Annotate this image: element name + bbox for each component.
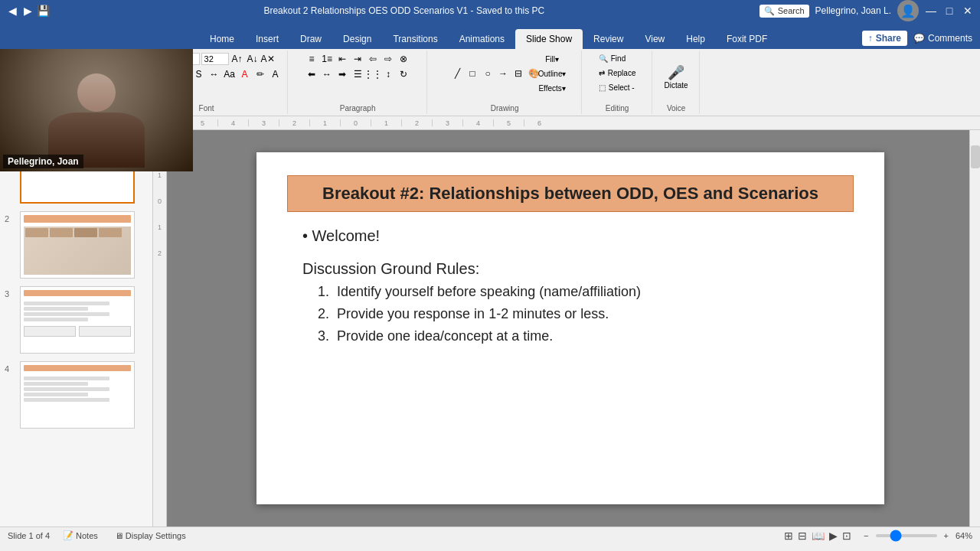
normal-view-icon[interactable]: ⊞ xyxy=(783,529,794,543)
slide-sorter-icon[interactable]: ⊟ xyxy=(797,529,808,543)
align-left-button[interactable]: ⬅ xyxy=(305,67,318,81)
back-button[interactable]: ◀ xyxy=(6,5,18,17)
close-button[interactable]: ✕ xyxy=(962,5,974,17)
increase-indent-button[interactable]: ⇥ xyxy=(351,52,364,66)
drawing-label: Drawing xyxy=(491,104,519,112)
zoom-controls: − + 64% xyxy=(860,530,972,542)
rtl-button[interactable]: ⇦ xyxy=(366,52,380,66)
slide-item-1: 1. Identify yourself before speaking (na… xyxy=(318,284,854,300)
forward-button[interactable]: ▶ xyxy=(21,5,34,17)
dictate-button[interactable]: 🎤 Dictate xyxy=(661,64,692,92)
tab-review[interactable]: Review xyxy=(583,29,634,49)
spacing-button[interactable]: ↔ xyxy=(207,67,221,81)
numbering-button[interactable]: 1≡ xyxy=(320,52,334,66)
minimize-button[interactable]: — xyxy=(925,5,937,17)
display-settings-button[interactable]: 🖥 Display Settings xyxy=(111,530,190,542)
font-shadow2-button[interactable]: A xyxy=(269,67,283,81)
columns-button[interactable]: ⋮⋮ xyxy=(366,67,380,81)
slide-4-thumb[interactable] xyxy=(20,361,135,429)
line-spacing-button[interactable]: ↕ xyxy=(381,67,395,81)
search-box[interactable]: 🔍 Search xyxy=(760,5,809,18)
share-button[interactable]: ↑ Share xyxy=(862,31,907,46)
font-size-input[interactable] xyxy=(201,53,229,65)
font-color-button[interactable]: A xyxy=(238,67,252,81)
highlight-button[interactable]: ✏ xyxy=(253,67,267,81)
shape-3[interactable]: ○ xyxy=(481,67,495,80)
shape-outline-button[interactable]: Outline▾ xyxy=(545,67,559,80)
shape-effects-button[interactable]: Effects▾ xyxy=(545,81,559,95)
decrease-font-button[interactable]: A↓ xyxy=(246,52,260,66)
tab-animations[interactable]: Animations xyxy=(449,29,515,49)
tab-foxitpdf[interactable]: Foxit PDF xyxy=(716,29,778,49)
search-label: Search xyxy=(778,6,805,15)
share-icon: ↑ xyxy=(868,33,873,44)
reading-view-icon[interactable]: 📖 xyxy=(811,529,825,543)
slide-2-thumb[interactable] xyxy=(20,211,135,279)
notes-button[interactable]: 📝 Notes xyxy=(59,529,102,542)
align-right-button[interactable]: ➡ xyxy=(335,67,349,81)
slide-3-number: 3 xyxy=(5,289,15,298)
tab-home[interactable]: Home xyxy=(199,29,245,49)
zoom-slider[interactable] xyxy=(876,534,937,537)
increase-font-button[interactable]: A↑ xyxy=(230,52,244,66)
find-icon: 🔍 xyxy=(599,54,608,63)
titlebar: ◀ ▶ 💾 Breakout 2 Relationships OES ODD S… xyxy=(0,0,980,21)
shape-fill-button[interactable]: Fill▾ xyxy=(545,52,559,66)
vertical-scrollbar[interactable] xyxy=(969,130,980,527)
paragraph-label: Paragraph xyxy=(340,104,376,112)
decrease-indent-button[interactable]: ⇤ xyxy=(335,52,349,66)
shape-2[interactable]: □ xyxy=(466,67,479,80)
dictate-icon: 🎤 xyxy=(668,66,684,80)
replace-icon: ⇄ xyxy=(599,69,605,77)
find-button[interactable]: 🔍 Find xyxy=(595,52,629,65)
tab-view[interactable]: View xyxy=(634,29,675,49)
shape-arrow[interactable]: → xyxy=(496,67,510,80)
zoom-in-button[interactable]: + xyxy=(940,530,952,542)
ribbon-tabs: Home Insert Draw Design Transitions Anim… xyxy=(0,21,980,49)
tab-draw[interactable]: Draw xyxy=(289,29,332,49)
editing-group: 🔍 Find ⇄ Replace ⬚ Select - Editing xyxy=(583,51,652,114)
replace-button[interactable]: ⇄ Replace xyxy=(595,67,640,80)
slide-2-number: 2 xyxy=(5,214,15,223)
title-right: 🔍 Search Pellegrino, Joan L. 👤 — □ ✕ xyxy=(760,0,974,21)
paragraph-group: ≡ 1≡ ⇤ ⇥ ⇦ ⇨ ⊗ ⬅ ↔ ➡ ☰ ⋮⋮ ↕ ↻ Paragraph xyxy=(289,51,427,114)
text-direction-button[interactable]: ↻ xyxy=(397,67,410,81)
tab-design[interactable]: Design xyxy=(332,29,382,49)
change-case-button[interactable]: Aa xyxy=(223,67,237,81)
main-area: 1 2 xyxy=(0,130,980,527)
slides-panel: 1 2 xyxy=(0,130,153,527)
slide-canvas: Breakout #2: Relationships between ODD, … xyxy=(256,152,884,504)
maximize-button[interactable]: □ xyxy=(943,5,956,17)
notes-icon: 📝 xyxy=(63,530,74,540)
tab-insert[interactable]: Insert xyxy=(245,29,289,49)
tab-slideshow[interactable]: Slide Show xyxy=(515,29,583,49)
fit-slide-icon[interactable]: ⊡ xyxy=(841,529,852,543)
avatar[interactable]: 👤 xyxy=(897,0,919,21)
ltr-button[interactable]: ⇨ xyxy=(381,52,395,66)
comments-button[interactable]: 💬 Comments xyxy=(913,33,972,44)
drawing-group: ╱ □ ○ → ⊟ 🎨 Fill▾ Outline▾ Effects▾ Draw… xyxy=(429,51,582,114)
center-button[interactable]: ↔ xyxy=(320,67,334,81)
clear-format-button[interactable]: A✕ xyxy=(261,52,275,66)
slide-4-number: 4 xyxy=(5,364,15,373)
voice-label: Voice xyxy=(667,104,685,112)
shape-1[interactable]: ╱ xyxy=(450,67,464,80)
bullets-button[interactable]: ≡ xyxy=(305,52,318,66)
zoom-out-button[interactable]: − xyxy=(860,530,872,542)
smart-art-button[interactable]: ⊗ xyxy=(397,52,410,66)
arrange-button[interactable]: ⊟ xyxy=(511,67,525,80)
document-title: Breakout 2 Relationships OES ODD Scenari… xyxy=(49,5,760,16)
view-icons: ⊞ ⊟ 📖 ▶ ⊡ xyxy=(783,529,852,543)
canvas-area: 21012 Breakout #2: Relationships between… xyxy=(153,130,980,527)
video-overlay: Pellegrino, Joan xyxy=(0,49,193,171)
justify-button[interactable]: ☰ xyxy=(351,67,364,81)
slide-4-container: 4 xyxy=(5,361,148,429)
presenter-view-icon[interactable]: ▶ xyxy=(828,529,838,543)
tab-transitions[interactable]: Transitions xyxy=(382,29,448,49)
slide-3-thumb[interactable] xyxy=(20,286,135,354)
editing-label: Editing xyxy=(606,104,629,112)
tab-help[interactable]: Help xyxy=(675,29,716,49)
save-button[interactable]: 💾 xyxy=(37,5,49,17)
select-button[interactable]: ⬚ Select - xyxy=(595,81,639,94)
shadow-button[interactable]: S xyxy=(192,67,206,81)
